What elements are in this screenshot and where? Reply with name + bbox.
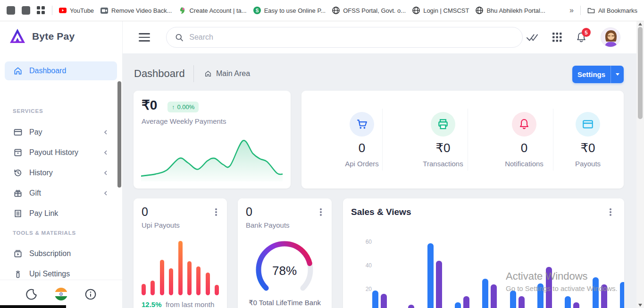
credit-card-icon (13, 128, 23, 137)
browser-scrollbar[interactable] (636, 21, 644, 308)
stat-payouts: ₹0 Payouts (550, 91, 624, 188)
average-weekly-payments-card: ₹0 ↑ 0.00% Average Weekly Payments (134, 91, 291, 188)
sales-bar-sales (455, 302, 461, 308)
bookmark-youtube[interactable]: YouTube (59, 7, 94, 14)
notifications-bell-icon[interactable]: 5 (576, 32, 586, 43)
info-icon[interactable] (84, 288, 97, 300)
folder-icon (587, 7, 595, 14)
sales-bar-views (381, 294, 387, 308)
bookmark-remove-video[interactable]: Remove Video Back... (100, 7, 172, 14)
bank-footer: ₹0 Total LifeTime Bank (238, 299, 332, 307)
sales-bar-sales (537, 283, 544, 308)
sales-bar-chart (372, 222, 624, 308)
settings-dropdown-caret[interactable] (611, 66, 624, 83)
section-label-services: SERVICES (13, 108, 43, 114)
bookmark-create-account[interactable]: Create Account | ta... (178, 7, 246, 14)
sales-bar-sales (593, 277, 599, 308)
kebab-menu-icon[interactable] (317, 208, 325, 216)
chevron-left-icon (103, 150, 109, 155)
sales-bar-views (408, 305, 414, 308)
sales-bar-views (519, 296, 525, 308)
sales-bar-group (620, 282, 624, 308)
upi-bar (142, 284, 146, 295)
india-flag-icon[interactable] (55, 288, 67, 300)
sales-title: Sales & Views (351, 207, 411, 217)
bank-value: 0 (246, 205, 252, 219)
sidebar-item-pay[interactable]: Pay (5, 122, 117, 142)
sales-bar-sales (620, 282, 624, 308)
sidebar-item-dashboard[interactable]: Dashboard (5, 61, 117, 80)
scroll-up-arrow-icon[interactable] (638, 23, 642, 26)
sidebar-item-history[interactable]: History (5, 163, 117, 183)
sidebar-item-payout-history[interactable]: Payout History (5, 142, 117, 163)
divider (468, 109, 468, 171)
sidebar: Byte Pay Dashboard SERVICES Pay Payout H… (0, 21, 123, 308)
page-title: Dashboard (134, 68, 185, 80)
apps-grid-icon[interactable] (552, 33, 562, 42)
sidebar-item-subscription[interactable]: Subscription (5, 243, 117, 264)
sales-bar-group (427, 243, 442, 308)
chevron-left-icon (103, 170, 109, 176)
chevron-left-icon (103, 129, 109, 135)
weekly-area-chart (141, 129, 283, 181)
scroll-down-arrow-icon[interactable] (638, 304, 642, 307)
sidebar-footer (0, 280, 122, 308)
all-bookmarks-button[interactable]: All Bookmarks (587, 7, 637, 14)
bookmark-bhu-abhilekh[interactable]: Bhu Abhilekh Portal... (476, 7, 545, 14)
brand[interactable]: Byte Pay (8, 28, 75, 45)
home-breadcrumb-icon (204, 70, 212, 77)
sales-bar-group (510, 291, 525, 308)
bookmarks-overflow-chevron[interactable]: » (569, 6, 574, 15)
settings-button[interactable]: Settings (572, 66, 624, 83)
bookmark-online-p[interactable]: S Easy to use Online P... (253, 7, 326, 14)
weekly-label: Average Weekly Payments (142, 117, 226, 125)
sidebar-scrollbar-thumb[interactable] (117, 81, 121, 188)
notification-badge: 5 (582, 28, 591, 37)
upi-bar-chart (142, 236, 219, 295)
globe-icon (412, 7, 420, 14)
sales-bar-views (601, 284, 607, 308)
bank-gauge-chart: 78% (249, 234, 320, 305)
avatar[interactable] (601, 27, 620, 47)
chevron-left-icon (103, 190, 109, 196)
bell-icon (512, 112, 536, 137)
home-icon (13, 66, 23, 76)
upi-remote-icon (13, 269, 23, 279)
tab-groups-icon[interactable] (37, 6, 45, 15)
sales-bar-group (400, 305, 414, 308)
upi-bar (160, 260, 164, 295)
browser-toolbar-square-icon[interactable] (22, 6, 30, 15)
sales-bar-group (482, 279, 497, 308)
receipt-icon (13, 209, 23, 218)
sales-bar-group (372, 291, 387, 308)
search-input[interactable] (189, 33, 514, 42)
bookmark-login-cmscst[interactable]: Login | CMSCST (412, 7, 469, 14)
sales-bar-views (436, 261, 442, 308)
sales-bar-group (593, 277, 607, 308)
arrow-up-icon: ↑ (172, 103, 175, 111)
search-box[interactable] (166, 27, 523, 48)
kebab-menu-icon[interactable] (212, 208, 220, 216)
divider (580, 6, 581, 15)
hamburger-menu-icon[interactable] (139, 33, 150, 42)
brand-name: Byte Pay (32, 31, 75, 42)
kebab-menu-icon[interactable] (606, 208, 615, 216)
sidebar-item-pay-link[interactable]: Pay Link (5, 203, 117, 223)
divider (382, 109, 383, 171)
sales-bar-sales (482, 279, 488, 308)
sidebar-item-gift[interactable]: Gift (5, 183, 117, 203)
browser-toolbar-square-icon[interactable] (7, 6, 15, 15)
scrollbar-thumb[interactable] (638, 27, 643, 119)
search-icon (175, 33, 184, 42)
cart-icon (350, 112, 374, 137)
sales-bar-views (546, 267, 552, 308)
breadcrumb[interactable]: Main Area (204, 69, 250, 78)
sales-bar-views (573, 302, 579, 308)
dark-mode-moon-icon[interactable] (25, 288, 38, 300)
divider (193, 65, 194, 82)
sales-bar-group (537, 267, 552, 308)
stats-card: 0 Api Orders ₹0 Transactions 0 Notificat… (301, 91, 624, 188)
double-check-icon[interactable] (526, 33, 538, 42)
bookmark-ofss-portal[interactable]: OFSS Portal, Govt. o... (332, 7, 406, 14)
sales-bar-sales (510, 291, 516, 308)
